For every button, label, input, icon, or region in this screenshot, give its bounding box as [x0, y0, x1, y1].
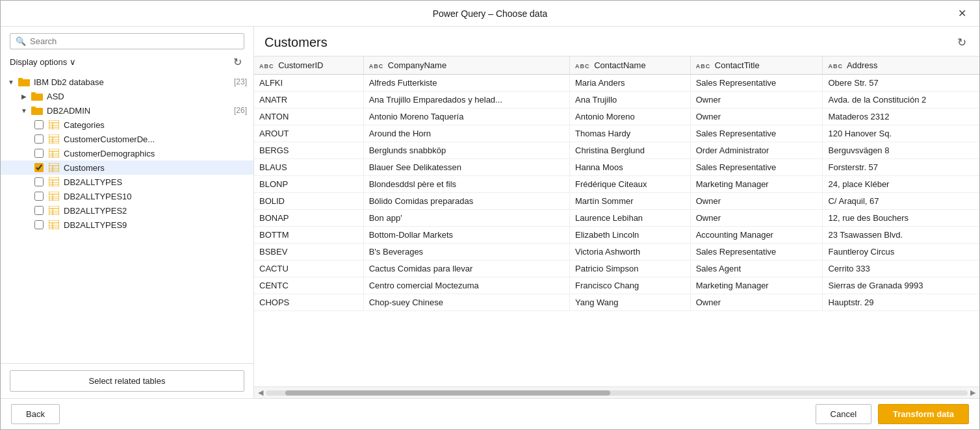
table-cell: 24, place Kléber: [823, 176, 979, 193]
scrollbar-track[interactable]: [266, 390, 968, 396]
table-cell: Christina Berglund: [570, 142, 691, 159]
table-title: Customers: [264, 35, 328, 50]
folder-icon-ibm-db2: [18, 77, 31, 87]
transform-data-button[interactable]: Transform data: [878, 404, 969, 424]
table-row: BONAPBon app'Laurence LebihanOwner12, ru…: [254, 210, 979, 227]
tree-count-db2admin: [26]: [234, 106, 247, 115]
table-cell: Berglunds snabbköp: [363, 142, 569, 159]
col-type-icon-companyname: ABC: [369, 63, 383, 70]
tree-item-customerdemographics[interactable]: CustomerDemographics: [1, 146, 253, 160]
table-row: BLONPBlondesddsl père et filsFrédérique …: [254, 176, 979, 193]
table-cell: Sales Representative: [690, 125, 823, 142]
table-row: BSBEVB's BeveragesVictoria AshworthSales…: [254, 244, 979, 260]
col-name-contacttitle: ContactTitle: [715, 60, 760, 70]
table-row: CHOPSChop-suey ChineseYang WangOwnerHaup…: [254, 294, 979, 311]
table-icon-db2alltypes2: [47, 205, 60, 216]
scroll-right-arrow[interactable]: ▶: [968, 388, 978, 397]
checkbox-db2alltypes2[interactable]: [34, 206, 44, 215]
checkbox-customerdemographics[interactable]: [34, 149, 44, 158]
table-cell: Avda. de la Constitución 2: [823, 92, 979, 108]
table-cell: 23 Tsawassen Blvd.: [823, 227, 979, 244]
col-header-contacttitle: ABC ContactTitle: [690, 57, 823, 75]
table-cell: Elizabeth Lincoln: [570, 227, 691, 244]
table-icon-db2alltypes10: [47, 191, 60, 201]
svg-rect-1: [18, 78, 23, 81]
table-cell: Victoria Ashworth: [570, 244, 691, 260]
tree-item-db2alltypes[interactable]: DB2ALLTYPES: [1, 175, 253, 189]
tree-item-categories[interactable]: Categories: [1, 118, 253, 132]
table-icon-customercustomerde: [47, 134, 60, 144]
table-cell: Antonio Moreno: [570, 108, 691, 125]
display-options-button[interactable]: Display options ∨: [10, 57, 76, 67]
table-row: AROUTAround the HornThomas HardySales Re…: [254, 125, 979, 142]
search-input[interactable]: [30, 36, 239, 46]
close-button[interactable]: ✕: [953, 5, 972, 22]
scroll-left-arrow[interactable]: ◀: [255, 388, 266, 397]
left-refresh-button[interactable]: ↻: [231, 55, 244, 70]
col-header-address: ABC Address: [823, 57, 979, 75]
chevron-down-icon: ∨: [70, 57, 76, 67]
col-name-contactname: ContactName: [594, 60, 645, 70]
table-cell: Chop-suey Chinese: [363, 294, 569, 311]
tree-item-db2alltypes9[interactable]: DB2ALLTYPES9: [1, 218, 253, 232]
table-cell: Hauptstr. 29: [823, 294, 979, 311]
table-cell: Ana Trujillo: [570, 92, 691, 108]
tree-item-ibm-db2[interactable]: ▼ IBM Db2 database [23]: [1, 75, 253, 89]
table-row: ALFKIAlfreds FutterkisteMaria AndersSale…: [254, 75, 979, 92]
scrollbar-thumb[interactable]: [285, 390, 610, 396]
col-name-address: Address: [847, 60, 878, 70]
dialog: Power Query – Choose data ✕ 🔍 Display op…: [0, 0, 980, 430]
checkbox-customercustomerde[interactable]: [34, 134, 44, 144]
table-cell: 120 Hanover Sq.: [823, 125, 979, 142]
tree-item-customers[interactable]: Customers: [1, 160, 253, 175]
checkbox-db2alltypes9[interactable]: [34, 220, 44, 229]
back-button[interactable]: Back: [11, 404, 60, 424]
table-row: BLAUSBlauer See DelikatessenHanna MoosSa…: [254, 159, 979, 176]
col-type-icon-contactname: ABC: [575, 63, 589, 70]
table-cell: Berguvsvägen 8: [823, 142, 979, 159]
tree-label-customercustomerde: CustomerCustomerDe...: [64, 134, 247, 144]
right-refresh-button[interactable]: ↻: [955, 34, 969, 51]
table-cell: Centro comercial Moctezuma: [363, 277, 569, 294]
col-type-icon-address: ABC: [828, 63, 842, 70]
table-cell: Patricio Simpson: [570, 260, 691, 277]
table-cell: Order Administrator: [690, 142, 823, 159]
table-cell: Owner: [690, 210, 823, 227]
tree-item-db2admin[interactable]: ▼ DB2ADMIN [26]: [1, 103, 253, 118]
table-cell: CHOPS: [254, 294, 363, 311]
checkbox-db2alltypes[interactable]: [34, 177, 44, 186]
tree-item-customercustomerde[interactable]: CustomerCustomerDe...: [1, 132, 253, 146]
tree-item-db2alltypes10[interactable]: DB2ALLTYPES10: [1, 189, 253, 203]
main-content: 🔍 Display options ∨ ↻ ▼: [1, 27, 979, 398]
checkbox-customers[interactable]: [34, 163, 44, 172]
checkbox-db2alltypes10[interactable]: [34, 192, 44, 201]
tree-item-db2alltypes2[interactable]: DB2ALLTYPES2: [1, 203, 253, 218]
cancel-button[interactable]: Cancel: [816, 404, 871, 424]
checkbox-categories[interactable]: [34, 120, 44, 129]
table-icon-customers: [47, 162, 60, 173]
select-related-button[interactable]: Select related tables: [10, 370, 244, 392]
title-bar: Power Query – Choose data ✕: [1, 1, 979, 27]
dialog-title: Power Query – Choose data: [329, 8, 651, 19]
col-type-icon-contacttitle: ABC: [696, 63, 710, 70]
data-table-wrapper[interactable]: ABC CustomerID ABC CompanyName: [254, 56, 979, 386]
horizontal-scrollbar[interactable]: ◀ ▶: [254, 386, 979, 398]
col-header-customerid: ABC CustomerID: [254, 57, 363, 75]
svg-rect-21: [49, 163, 59, 172]
left-panel-footer: Select related tables: [1, 363, 253, 398]
table-row: CENTCCentro comercial MoctezumaFrancisco…: [254, 277, 979, 294]
table-header: ABC CustomerID ABC CompanyName: [254, 57, 979, 75]
table-cell: AROUT: [254, 125, 363, 142]
tree-label-db2alltypes2: DB2ALLTYPES2: [64, 206, 247, 216]
tree-label-categories: Categories: [64, 120, 247, 130]
table-cell: BOTTM: [254, 227, 363, 244]
tree-item-asd[interactable]: ▶ ASD: [1, 89, 253, 103]
table-cell: BSBEV: [254, 244, 363, 260]
table-cell: Maria Anders: [570, 75, 691, 92]
table-cell: CACTU: [254, 260, 363, 277]
table-row: BOLIDBólido Comidas preparadasMartín Som…: [254, 193, 979, 210]
search-icon: 🔍: [16, 36, 26, 46]
tree-count-ibm-db2: [23]: [234, 77, 247, 86]
svg-rect-16: [49, 149, 59, 158]
table-icon-categories: [47, 120, 60, 130]
